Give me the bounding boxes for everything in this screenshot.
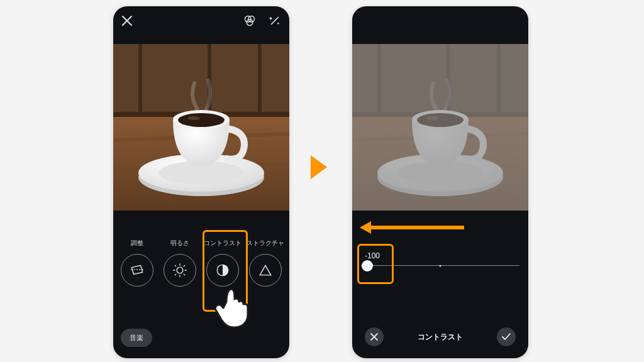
svg-point-0 [245, 16, 251, 22]
magic-wand-icon[interactable] [268, 14, 282, 28]
tool-label: 明るさ [158, 239, 201, 248]
phone-screen-contrast-slider: -100 コントラスト [352, 6, 528, 358]
editor-topbar [113, 6, 289, 35]
svg-point-2 [247, 19, 253, 26]
annotation-swipe-left-arrow-icon [360, 220, 467, 238]
structure-icon [249, 254, 282, 287]
photo-preview [352, 44, 528, 211]
brightness-icon [164, 254, 196, 287]
svg-point-29 [417, 113, 464, 127]
svg-point-1 [248, 16, 255, 22]
annotation-next-arrow-icon [308, 154, 330, 183]
tool-brightness[interactable]: 明るさ [158, 239, 201, 287]
tool-contrast[interactable]: コントラスト [201, 239, 244, 287]
close-icon[interactable] [121, 14, 133, 27]
svg-rect-20 [377, 44, 381, 119]
tool-label: ストラクチャ [244, 239, 287, 248]
confirm-bar-title: コントラスト [418, 332, 463, 343]
confirm-bar: コントラスト [352, 324, 528, 349]
svg-rect-7 [258, 44, 262, 119]
tool-label: 調整 [116, 239, 158, 248]
check-icon [501, 332, 511, 341]
svg-rect-31 [370, 226, 464, 229]
music-button-label: 音楽 [130, 334, 143, 341]
svg-rect-5 [138, 44, 142, 119]
contrast-slider[interactable]: -100 [361, 251, 519, 266]
slider-value-label: -100 [361, 251, 519, 260]
tool-structure[interactable]: ストラクチャ [244, 239, 287, 287]
tool-adjust[interactable]: 調整 [116, 239, 158, 287]
tool-label: コントラスト [201, 239, 244, 248]
close-icon [370, 332, 379, 341]
phone-screen-edit-tools: 調整 明るさ コントラスト [113, 6, 289, 358]
music-button[interactable]: 音楽 [121, 329, 152, 347]
edit-tools-row[interactable]: 調整 明るさ コントラスト [113, 239, 289, 308]
contrast-icon [206, 254, 239, 287]
svg-point-15 [187, 116, 200, 120]
adjust-icon [121, 254, 153, 287]
svg-point-14 [178, 113, 225, 127]
slider-track[interactable] [361, 265, 519, 266]
cancel-button[interactable] [365, 327, 384, 346]
photo-preview [113, 44, 289, 211]
svg-point-16 [177, 267, 183, 273]
slider-center-marker [440, 265, 441, 266]
done-button[interactable] [497, 327, 516, 346]
slider-thumb[interactable] [362, 260, 373, 272]
svg-rect-22 [497, 44, 501, 119]
svg-point-30 [426, 116, 439, 120]
filters-icon[interactable] [243, 14, 257, 28]
